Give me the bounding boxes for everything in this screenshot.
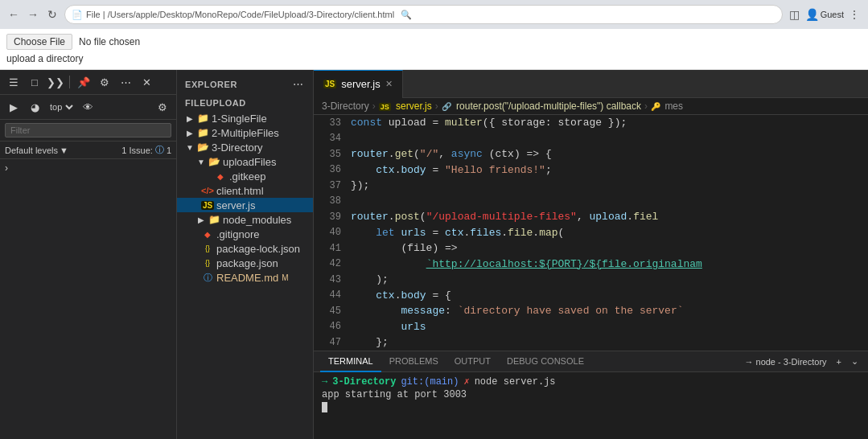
breadcrumb-router-icon: 🔗 [442, 102, 451, 111]
code-line-33: const upload = multer({ storage: storage… [351, 115, 868, 131]
tree-item-packagejson[interactable]: {} package.json [177, 256, 313, 270]
gitkeep-icon: ◆ [214, 170, 227, 183]
copy-button[interactable]: □ [26, 73, 43, 91]
top-dropdown[interactable]: top [47, 101, 76, 113]
code-line-45: message: `directory have saved on the se… [351, 303, 868, 319]
tree-label-packagejson: package.json [216, 257, 278, 269]
tree-item-gitignore[interactable]: ◆ .gitignore [177, 227, 313, 241]
tab-close-button[interactable]: ✕ [385, 79, 393, 89]
url-bar[interactable]: 📄 File | /Users/apple/Desktop/MonoRepo/C… [64, 5, 783, 24]
html-icon: </> [201, 184, 214, 197]
back-button[interactable]: ← [6, 7, 21, 22]
terminal-directory: 3-Directory [332, 376, 396, 388]
code-lines: const upload = multer({ storage: storage… [348, 115, 868, 351]
folder-arrow-2: ▶ [183, 126, 196, 139]
breadcrumb-button[interactable]: ❯❯ [47, 73, 64, 91]
editor-tabs: JS server.js ✕ [314, 70, 868, 98]
browser-menu-button[interactable]: ⋮ [847, 7, 862, 22]
tab-problems[interactable]: PROBLEMS [381, 351, 446, 372]
md-icon-info: ⓘ [201, 271, 214, 284]
forward-button[interactable]: → [26, 7, 40, 22]
tree-label-1singlefile: 1-SingleFile [212, 113, 267, 125]
tab-terminal[interactable]: TERMINAL [320, 351, 381, 372]
folder-icon-1: 📁 [196, 112, 209, 125]
terminal-output-text: app starting at port 3003 [322, 389, 467, 400]
split-editor-button[interactable]: ☰ [5, 73, 23, 91]
folder-icon-node: 📁 [208, 213, 220, 226]
tree-item-1-singlefile[interactable]: ▶ 📁 1-SingleFile [177, 111, 313, 125]
no-arrow-js [195, 199, 201, 211]
tree-label-gitkeep: .gitkeep [229, 170, 266, 183]
fileupload-section: FILEUPLOAD [177, 95, 313, 111]
browser-chrome: ← → ↻ 📄 File | /Users/apple/Desktop/Mono… [0, 0, 868, 29]
run-button[interactable]: ▶ [5, 98, 23, 116]
folder-arrow-3: ▼ [183, 141, 196, 154]
tree-item-packagelockjson[interactable]: {} package-lock.json [177, 241, 313, 256]
tree-label-packagelockjson: package-lock.json [216, 243, 300, 255]
panel-breadcrumb: ▶ ◕ top 👁 ⚙ [0, 95, 176, 120]
filter-input[interactable] [5, 123, 171, 137]
line-num-44: 44 [314, 288, 341, 304]
terminal-controls: → node - 3-Directory + ⌄ [742, 356, 862, 367]
more-button[interactable]: ⋯ [117, 73, 134, 91]
tree-label-readmemd: README.md [216, 272, 278, 284]
expand-arrow[interactable]: › [0, 159, 176, 177]
terminal-add-button[interactable]: + [833, 357, 845, 367]
terminal-node-label[interactable]: → node - 3-Directory [742, 357, 830, 367]
no-file-text: No file chosen [79, 36, 140, 47]
json-lock-icon: {} [201, 242, 214, 255]
breadcrumb-js-icon: JS [379, 103, 391, 111]
line-num-42: 42 [314, 256, 341, 273]
choose-file-button[interactable]: Choose File [6, 34, 72, 50]
filter-bar [0, 120, 176, 142]
tree-item-nodemodules[interactable]: ▶ 📁 node_modules [177, 212, 313, 227]
pin-button[interactable]: 📌 [75, 73, 93, 91]
default-levels-button[interactable]: Default levels ▼ [5, 146, 68, 155]
terminal-chevron-button[interactable]: ⌄ [848, 356, 862, 367]
tree-item-2-multiplefiles[interactable]: ▶ 📁 2-MultipleFiles [177, 125, 313, 140]
no-arrow-md [195, 271, 201, 284]
tree-item-3-directory[interactable]: ▼ 📂 3-Directory [177, 140, 313, 154]
line-numbers: 33 34 35 36 37 38 39 40 41 42 43 44 45 4… [314, 115, 348, 351]
extensions-button[interactable]: ◫ [788, 7, 802, 22]
tree-item-serverjs[interactable]: JS server.js [177, 198, 313, 212]
code-line-43: ); [351, 272, 868, 288]
breadcrumb-part1: 3-Directory [322, 101, 369, 112]
tree-item-uploadfiles[interactable]: ▼ 📂 uploadFiles [177, 154, 313, 169]
code-line-39: router.post("/upload-multiple-files", up… [351, 209, 868, 225]
settings-button[interactable]: ⚙ [96, 73, 113, 91]
editor-area: JS server.js ✕ 3-Directory › JS server.j… [314, 70, 868, 439]
eye-button[interactable]: 👁 [79, 98, 97, 116]
breadcrumb-part3: 🔗 router.post("/upload-multiple-files") … [442, 101, 641, 112]
tab-serverjs[interactable]: JS server.js ✕ [314, 70, 403, 98]
close-panel-button[interactable]: ✕ [138, 73, 155, 91]
no-arrow-html [195, 184, 201, 197]
breadcrumb-sep3: › [644, 101, 648, 112]
folder-arrow-1: ▶ [183, 112, 196, 125]
code-editor[interactable]: 33 34 35 36 37 38 39 40 41 42 43 44 45 4… [314, 115, 868, 351]
tree-item-clienthtml[interactable]: </> client.html [177, 183, 313, 198]
tab-label: server.js [341, 78, 380, 90]
line-num-45: 45 [314, 303, 341, 319]
tree-label-uploadfiles: uploadFiles [223, 156, 277, 168]
no-arrow-gitignore [195, 228, 201, 240]
code-line-42: `http://localhost:${PORT}/${file.origina… [351, 256, 868, 273]
sidebar-title: EXPLORER [185, 80, 237, 89]
refresh-button[interactable]: ↻ [45, 7, 60, 22]
tab-output[interactable]: OUTPUT [446, 351, 499, 372]
no-arrow-gitkeep [208, 170, 214, 183]
tree-label-nodemodules: node_modules [223, 214, 291, 226]
tab-debug-console[interactable]: DEBUG CONSOLE [499, 351, 592, 372]
guest-button[interactable]: 👤 Guest [805, 8, 844, 21]
breadcrumb-key-icon: 🔑 [651, 102, 660, 111]
tree-label-3directory: 3-Directory [212, 142, 263, 154]
sidebar-menu-button[interactable]: ⋯ [291, 76, 305, 92]
stop-button[interactable]: ◕ [26, 98, 43, 116]
url-text: File | /Users/apple/Desktop/MonoRepo/Cod… [86, 10, 394, 19]
sidebar-header: EXPLORER ⋯ [177, 70, 313, 95]
panel-settings-button[interactable]: ⚙ [154, 98, 171, 116]
tree-item-gitkeep[interactable]: ◆ .gitkeep [177, 169, 313, 183]
terminal-area: TERMINAL PROBLEMS OUTPUT DEBUG CONSOLE →… [314, 351, 868, 439]
line-num-34: 34 [314, 131, 341, 147]
tree-item-readmemd[interactable]: ⓘ README.md M [177, 270, 313, 285]
